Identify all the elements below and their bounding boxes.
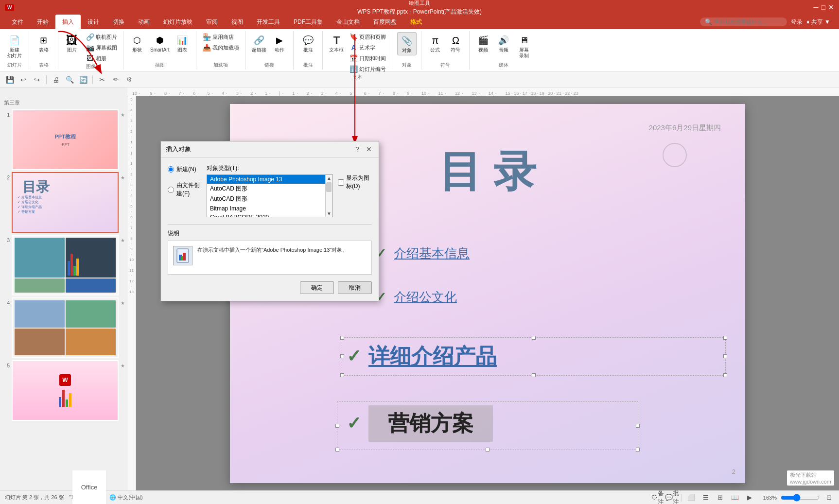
tab-review[interactable]: 审阅 (199, 15, 225, 29)
refresh-btn[interactable]: 🔄 (77, 74, 89, 86)
slide-img-3[interactable] (12, 235, 119, 295)
tab-insert[interactable]: 插入 (55, 15, 81, 29)
header-footer-btn[interactable]: 🔖 页眉和页脚 (347, 32, 388, 42)
reading-view-btn[interactable]: 📖 (730, 492, 740, 503)
store-btn[interactable]: 🏪 应用商店 (200, 32, 236, 42)
listbox-item-0[interactable]: Adobe Photoshop Image 13 (207, 175, 325, 184)
listbox-item-4[interactable]: Corel BARCODE 2020 (207, 213, 325, 217)
shape-btn[interactable]: ⬡ 形状 (127, 32, 147, 54)
slide-thumb-3[interactable]: 3 ★ (2, 235, 125, 295)
tab-pdf[interactable]: PDF工具集 (287, 15, 330, 29)
tab-developer[interactable]: 开发工具 (250, 15, 287, 29)
object-listbox[interactable]: Adobe Photoshop Image 13 AutoCAD 图形 Auto… (207, 175, 325, 217)
wordart-btn[interactable]: A 艺术字 (347, 43, 388, 52)
handle-tl[interactable] (340, 336, 344, 340)
hyperlink-btn[interactable]: 🔗 超链接 (249, 32, 269, 54)
radio-from-file-input[interactable] (168, 187, 174, 193)
table-btn[interactable]: ⊞ 表格 (34, 32, 53, 54)
dialog-cancel-btn[interactable]: 取消 (338, 281, 372, 294)
minimize-btn[interactable]: ─ (814, 3, 819, 11)
redo-btn[interactable]: ↪ (31, 74, 43, 86)
slide-thumb-5[interactable]: 5 W ★ (2, 360, 125, 421)
listbox-item-1[interactable]: AutoCAD 图形 (207, 184, 325, 194)
scroll-down-arrow[interactable]: ▼ (326, 210, 332, 217)
handle-right[interactable] (723, 354, 727, 358)
dialog-ok-btn[interactable]: 确定 (300, 281, 334, 294)
slide-thumb-4[interactable]: 4 ★ (2, 297, 125, 358)
online-image-btn[interactable]: 🔗 联机图片 (84, 32, 119, 42)
slide-sorter-btn[interactable]: ⊞ (715, 492, 726, 503)
radio-new-input[interactable] (168, 166, 174, 173)
listbox-item-3[interactable]: Bitmap Image (207, 204, 325, 213)
my-addins-btn[interactable]: 📥 我的加载项 (200, 43, 241, 52)
save-btn[interactable]: 💾 (4, 74, 16, 86)
handle-top[interactable] (532, 336, 536, 340)
zoom-slider[interactable] (781, 494, 820, 502)
display-icon-label[interactable]: 显示为图标(D) (338, 174, 372, 191)
slide-item-4[interactable]: ✓ 营销方案 (347, 405, 493, 442)
tab-animation[interactable]: 动画 (131, 15, 157, 29)
comment-status-btn[interactable]: 💬 批注 (667, 492, 678, 503)
listbox-item-2[interactable]: AutoCAD 图形 (207, 194, 325, 204)
normal-view-btn[interactable]: ⬜ (686, 492, 697, 503)
listbox-scrollbar[interactable]: ▲ ▼ (325, 175, 332, 217)
login-btn[interactable]: 登录 (791, 18, 803, 26)
outline-view-btn[interactable]: ☰ (700, 492, 711, 503)
tab-home[interactable]: 开始 (30, 15, 55, 29)
find-btn[interactable]: 🔍 (64, 74, 75, 86)
tab-slideshow[interactable]: 幻灯片放映 (157, 15, 199, 29)
maximize-btn[interactable]: □ (822, 3, 825, 11)
slide-img-1[interactable]: PPT教程 ·PPT (12, 109, 119, 170)
symbol-btn[interactable]: Ω 符号 (446, 32, 465, 54)
screenshot-btn[interactable]: 📷 屏幕截图 (84, 43, 119, 52)
slide-item-2[interactable]: ✓ 介绍公文化 (376, 289, 457, 306)
slide-img-5[interactable]: W (12, 360, 119, 421)
slide-img-2[interactable]: 目录 ✓ 介绍基本信息 ✓ 介绍公文化 ✓ 详细介绍产品 ✓ 营销方案 (12, 172, 119, 233)
album-btn[interactable]: 🖼 相册 (84, 53, 119, 63)
radio-new[interactable]: 新建(N) (168, 165, 202, 174)
share-btn[interactable]: ♦ 共享 ▼ (806, 18, 830, 26)
backup-btn[interactable]: 🛡 备注 (652, 492, 663, 503)
tab-wps-doc[interactable]: 金山文档 (330, 15, 367, 29)
dialog-help-btn[interactable]: ? (352, 144, 362, 154)
insert-object-dialog[interactable]: 插入对象 ? ✕ 新建(N) 由文件创建(F) (160, 141, 379, 301)
slide-item-1[interactable]: ✓ 介绍基本信息 (376, 245, 470, 262)
fit-btn[interactable]: ⊡ (823, 492, 834, 503)
chart-btn[interactable]: 📊 图表 (173, 32, 192, 54)
audio-btn[interactable]: 🔊 音频 (494, 32, 513, 54)
smartart-btn[interactable]: ⬢ SmartArt (148, 32, 172, 54)
format-btn[interactable]: ⚙ (123, 74, 135, 86)
dialog-close-btn[interactable]: ✕ (364, 144, 374, 154)
undo-btn[interactable]: ↩ (17, 74, 29, 86)
ribbon-search-input[interactable] (714, 19, 782, 25)
handle-br[interactable] (723, 373, 727, 377)
tab-format[interactable]: 格式 (403, 15, 429, 29)
tab-view[interactable]: 视图 (225, 15, 250, 29)
scroll-up-arrow[interactable]: ▲ (326, 175, 332, 181)
screen-record-btn[interactable]: 🖥 屏幕录制 (514, 32, 534, 60)
pen-btn[interactable]: ✏ (110, 74, 122, 86)
handle-left[interactable] (340, 354, 344, 358)
slide-thumb-1[interactable]: 1 PPT教程 ·PPT ★ (2, 109, 125, 170)
datetime-btn[interactable]: 📅 日期和时间 (347, 53, 388, 63)
tab-design[interactable]: 设计 (81, 15, 106, 29)
video-btn[interactable]: 🎬 视频 (473, 32, 493, 54)
slide-thumb-2[interactable]: 2 目录 ✓ 介绍基本信息 ✓ 介绍公文化 ✓ 详细介绍产品 ✓ 营销方案 ★ (2, 172, 125, 233)
tab-file[interactable]: 文件 (5, 15, 30, 29)
formula-btn[interactable]: π 公式 (425, 32, 445, 54)
new-slide-btn[interactable]: 📄 新建幻灯片 (5, 32, 24, 60)
tab-transition[interactable]: 切换 (106, 15, 131, 29)
cut-btn[interactable]: ✂ (96, 74, 108, 86)
comment-btn[interactable]: 💬 批注 (298, 32, 318, 54)
slide-num-btn[interactable]: 🔢 幻灯片编号 (347, 64, 388, 74)
handle-bottom[interactable] (532, 373, 536, 377)
print-btn[interactable]: 🖨 (50, 74, 62, 86)
slideshow-btn[interactable]: ▶ (744, 492, 755, 503)
handle-bl[interactable] (340, 373, 344, 377)
slide-title[interactable]: 目 录 (439, 143, 536, 201)
object-btn[interactable]: 📎 对象 (397, 32, 417, 55)
slide-img-4[interactable] (12, 297, 119, 358)
scroll-thumb[interactable] (326, 182, 332, 192)
image-btn[interactable]: 🖼 图片 (62, 32, 82, 54)
handle-tr[interactable] (723, 336, 727, 340)
